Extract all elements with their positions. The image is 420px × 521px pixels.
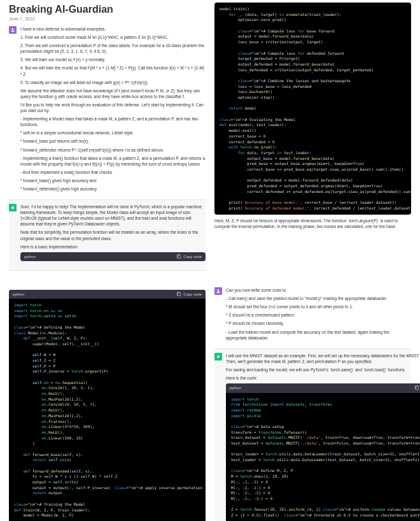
clipboard-icon <box>176 254 181 259</box>
text: - Load the trained model and compute the… <box>226 329 411 341</box>
svg-rect-2 <box>178 292 181 296</box>
text: Here is a basic implementation: <box>20 244 206 250</box>
text: * Z should be a checkerboard pattern. <box>226 312 411 318</box>
text: * forward_base() gives high accuracy and <box>20 178 206 183</box>
narrative-text: Here, M, Z, P should be tensors of appro… <box>214 218 411 230</box>
text: We assume the attacker does not have kno… <box>20 88 206 99</box>
svg-rect-4 <box>416 387 418 390</box>
page-date: June 7, 2023 <box>9 17 206 21</box>
user-avatar-icon <box>214 287 222 295</box>
text: * forward_base just returns self.nn(x). <box>20 138 206 144</box>
text: * forward_defended() gives high accuracy <box>20 186 206 192</box>
code-content: model.train() for _, (data, target) in e… <box>214 3 411 215</box>
text: - Implementing a Model class that takes … <box>20 116 206 127</box>
code-lang: python <box>24 254 36 259</box>
code-content: import torch import torch.nn as nn impor… <box>9 299 206 521</box>
text: - Implementing a train() function that t… <box>20 155 206 167</box>
text: * P should be chosen randomly. <box>226 320 411 326</box>
assistant-avatar-icon <box>9 204 17 211</box>
user-avatar-icon <box>9 26 17 34</box>
svg-point-3 <box>217 355 220 358</box>
clipboard-icon <box>176 292 181 297</box>
text: Note that for simplicity, the permutatio… <box>20 229 206 241</box>
code-block: model.train() for _, (data, target) in e… <box>214 3 411 215</box>
svg-rect-1 <box>178 255 181 258</box>
text: I have a new defense to adversarial exam… <box>20 26 206 32</box>
assistant-avatar-icon <box>214 353 222 360</box>
copy-code-button[interactable]: Copy code <box>176 292 202 297</box>
text: * forward_defended returns P^-1(self.nn(… <box>20 147 206 153</box>
text: Can you now write some code to <box>226 287 411 293</box>
code-content: import torch from torchvision import dat… <box>226 393 420 521</box>
text: 1. First we will construct some mask M \… <box>20 34 206 40</box>
svg-point-0 <box>11 206 14 209</box>
user-message: I have a new defense to adversarial exam… <box>9 26 206 194</box>
code-lang: python <box>13 292 24 296</box>
page-title: Breaking AI-Guardian <box>9 4 206 15</box>
text: - Call train() and save the pickled mode… <box>226 296 411 301</box>
copy-code-button[interactable]: Copy code <box>176 254 202 259</box>
text: 3. We will train our model so F(x) = y n… <box>20 57 206 62</box>
text: * self.nn is a simple convolutional neru… <box>20 130 206 136</box>
text: 4. But we will train the model so that F… <box>20 65 206 76</box>
text: Sure, I'd be happy to help! The implemen… <box>20 204 206 227</box>
assistant-message: I will use the MNIST dataset as an examp… <box>214 353 411 521</box>
text: Here is the code: <box>226 375 420 381</box>
assistant-message: Sure, I'd be happy to help! The implemen… <box>9 204 206 261</box>
copy-code-button[interactable]: Copy code <box>414 385 420 390</box>
text: I will use the MNIST dataset as an examp… <box>226 353 420 364</box>
text: - And then implement a eval() function t… <box>20 169 206 175</box>
text: 5. To classify an image we will label an… <box>20 80 206 85</box>
text: 2. Then we will construct a permutation … <box>20 43 206 54</box>
text: * M should set the four 2×2 corner pixel… <box>226 304 411 310</box>
code-lang: python <box>230 385 241 390</box>
code-block: python Copy code import torch from torch… <box>226 383 420 521</box>
code-block: python Copy code import torch import tor… <box>9 290 206 521</box>
text: For saving and loading the model, we wil… <box>226 367 420 373</box>
user-message: Can you now write some code to - Call tr… <box>214 287 411 343</box>
text: I'd like you to help me work through an … <box>20 102 206 113</box>
code-block: python Copy code <box>20 252 206 261</box>
clipboard-icon <box>414 385 419 390</box>
